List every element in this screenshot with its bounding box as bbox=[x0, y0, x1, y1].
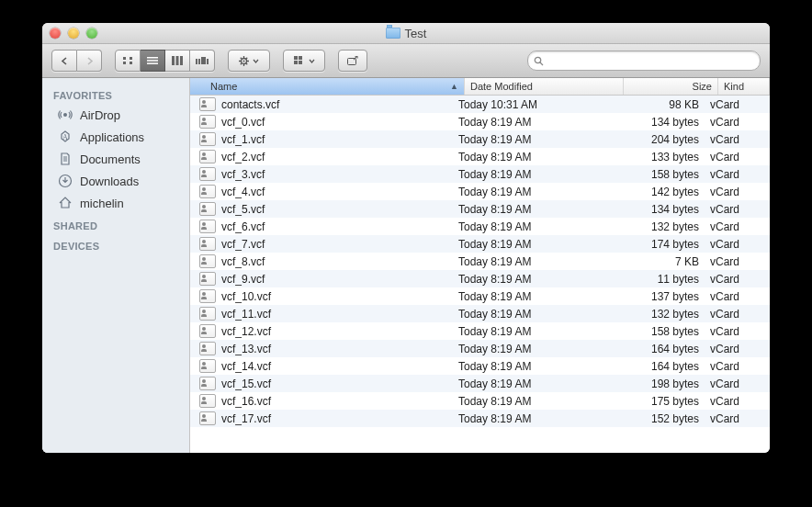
chevron-down-icon bbox=[309, 59, 315, 63]
vcard-icon bbox=[199, 167, 216, 181]
file-date: Today 8:19 AM bbox=[453, 186, 611, 198]
table-row[interactable]: vcf_11.vcfToday 8:19 AM132 bytesvCard bbox=[190, 305, 770, 322]
file-size: 175 bytes bbox=[611, 395, 705, 408]
vcard-icon bbox=[199, 202, 216, 216]
list-view-button[interactable] bbox=[141, 50, 165, 72]
folder-icon bbox=[386, 28, 400, 39]
file-name: vcf_8.vcf bbox=[221, 255, 265, 268]
icon-view-button[interactable] bbox=[115, 50, 141, 72]
svg-rect-3 bbox=[130, 62, 132, 64]
vcard-icon bbox=[199, 324, 216, 338]
file-name: vcf_9.vcf bbox=[221, 273, 265, 286]
traffic-lights bbox=[50, 28, 97, 39]
zoom-button[interactable] bbox=[86, 28, 97, 39]
file-date: Today 8:19 AM bbox=[453, 220, 611, 233]
table-row[interactable]: vcf_2.vcfToday 8:19 AM133 bytesvCard bbox=[190, 148, 770, 165]
file-kind: vCard bbox=[705, 168, 770, 181]
table-row[interactable]: vcf_12.vcfToday 8:19 AM158 bytesvCard bbox=[190, 322, 770, 340]
svg-rect-9 bbox=[180, 56, 183, 65]
nav-buttons bbox=[51, 50, 102, 72]
table-row[interactable]: vcf_17.vcfToday 8:19 AM152 bytesvCard bbox=[190, 410, 770, 427]
sidebar-section-header[interactable]: FAVORITES bbox=[42, 84, 189, 104]
column-header-name[interactable]: Name ▲ bbox=[190, 78, 465, 95]
file-date: Today 8:19 AM bbox=[453, 238, 611, 251]
table-row[interactable]: vcf_1.vcfToday 8:19 AM204 bytesvCard bbox=[190, 130, 770, 148]
sidebar-section-header[interactable]: SHARED bbox=[42, 214, 189, 234]
sidebar-item-documents[interactable]: Documents bbox=[42, 148, 189, 170]
back-button[interactable] bbox=[51, 50, 77, 72]
file-size: 98 KB bbox=[611, 98, 705, 111]
table-row[interactable]: vcf_16.vcfToday 8:19 AM175 bytesvCard bbox=[190, 392, 770, 410]
arrange-menu-group bbox=[283, 50, 325, 72]
svg-line-30 bbox=[540, 62, 543, 65]
column-header-kind[interactable]: Kind bbox=[718, 78, 770, 95]
file-date: Today 8:19 AM bbox=[453, 255, 611, 268]
table-row[interactable]: vcf_5.vcfToday 8:19 AM134 bytesvCard bbox=[190, 200, 770, 218]
table-row[interactable]: vcf_10.vcfToday 8:19 AM137 bytesvCard bbox=[190, 287, 770, 305]
search-field[interactable] bbox=[527, 51, 761, 71]
close-button[interactable] bbox=[50, 28, 61, 39]
file-date: Today 8:19 AM bbox=[453, 325, 611, 338]
minimize-button[interactable] bbox=[68, 28, 79, 39]
table-row[interactable]: vcf_13.vcfToday 8:19 AM164 bytesvCard bbox=[190, 340, 770, 357]
sidebar-section-header[interactable]: DEVICES bbox=[42, 234, 189, 254]
column-headers: Name ▲ Date Modified Size Kind bbox=[190, 78, 770, 96]
column-header-size[interactable]: Size bbox=[624, 78, 718, 95]
column-view-button[interactable] bbox=[165, 50, 190, 72]
table-row[interactable]: contacts.vcfToday 10:31 AM98 KBvCard bbox=[190, 96, 770, 113]
table-row[interactable]: vcf_9.vcfToday 8:19 AM11 bytesvCard bbox=[190, 270, 770, 287]
applications-icon: A bbox=[57, 129, 73, 145]
svg-rect-13 bbox=[207, 59, 209, 64]
file-kind: vCard bbox=[705, 186, 770, 198]
file-kind: vCard bbox=[705, 220, 770, 233]
airdrop-icon bbox=[57, 107, 73, 123]
file-kind: vCard bbox=[705, 308, 770, 321]
file-name: vcf_6.vcf bbox=[221, 220, 265, 233]
svg-rect-11 bbox=[198, 59, 200, 64]
vcard-icon bbox=[199, 289, 216, 303]
svg-rect-6 bbox=[147, 62, 158, 64]
svg-rect-24 bbox=[294, 56, 298, 60]
vcard-icon bbox=[199, 307, 216, 321]
file-size: 152 bytes bbox=[611, 412, 705, 425]
table-row[interactable]: vcf_6.vcfToday 8:19 AM132 bytesvCard bbox=[190, 218, 770, 235]
table-row[interactable]: vcf_7.vcfToday 8:19 AM174 bytesvCard bbox=[190, 235, 770, 253]
svg-text:A: A bbox=[62, 133, 68, 141]
svg-line-21 bbox=[246, 62, 247, 63]
svg-rect-2 bbox=[123, 62, 126, 64]
svg-rect-27 bbox=[299, 61, 302, 64]
file-list: Name ▲ Date Modified Size Kind contacts.… bbox=[190, 78, 770, 453]
table-row[interactable]: vcf_0.vcfToday 8:19 AM134 bytesvCard bbox=[190, 113, 770, 130]
file-date: Today 8:19 AM bbox=[453, 395, 611, 408]
file-name: vcf_10.vcf bbox=[221, 290, 271, 303]
table-row[interactable]: vcf_8.vcfToday 8:19 AM7 KBvCard bbox=[190, 253, 770, 270]
file-size: 158 bytes bbox=[611, 325, 705, 338]
table-row[interactable]: vcf_15.vcfToday 8:19 AM198 bytesvCard bbox=[190, 375, 770, 392]
sidebar-item-michelin[interactable]: michelin bbox=[42, 192, 189, 214]
column-header-date[interactable]: Date Modified bbox=[465, 78, 624, 95]
share-button[interactable] bbox=[338, 50, 367, 72]
file-size: 142 bytes bbox=[611, 186, 705, 198]
arrange-menu-button[interactable] bbox=[283, 50, 325, 72]
file-kind: vCard bbox=[705, 412, 770, 425]
file-size: 132 bytes bbox=[611, 220, 705, 233]
file-size: 204 bytes bbox=[611, 133, 705, 146]
search-input[interactable] bbox=[547, 54, 754, 67]
sidebar-item-airdrop[interactable]: AirDrop bbox=[42, 104, 189, 126]
coverflow-view-button[interactable] bbox=[190, 50, 215, 72]
file-size: 134 bytes bbox=[611, 116, 705, 129]
table-row[interactable]: vcf_14.vcfToday 8:19 AM164 bytesvCard bbox=[190, 357, 770, 375]
file-name: vcf_2.vcf bbox=[221, 151, 265, 163]
forward-button[interactable] bbox=[77, 50, 102, 72]
action-menu-button[interactable] bbox=[228, 50, 270, 72]
sidebar-item-label: AirDrop bbox=[80, 108, 120, 122]
titlebar[interactable]: Test bbox=[42, 23, 770, 44]
file-kind: vCard bbox=[705, 343, 770, 355]
file-name: vcf_3.vcf bbox=[221, 168, 265, 181]
sidebar-item-downloads[interactable]: Downloads bbox=[42, 170, 189, 192]
sidebar-item-applications[interactable]: AApplications bbox=[42, 126, 189, 148]
svg-rect-4 bbox=[147, 57, 158, 59]
table-row[interactable]: vcf_3.vcfToday 8:19 AM158 bytesvCard bbox=[190, 165, 770, 183]
sidebar: FAVORITESAirDropAApplicationsDocumentsDo… bbox=[42, 78, 190, 453]
table-row[interactable]: vcf_4.vcfToday 8:19 AM142 bytesvCard bbox=[190, 183, 770, 200]
